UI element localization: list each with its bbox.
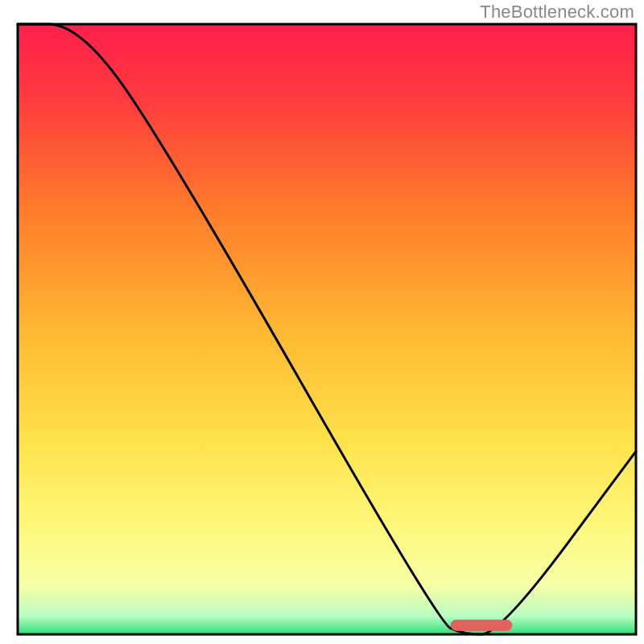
gradient-background xyxy=(18,24,636,634)
chart-frame: TheBottleneck.com xyxy=(0,0,644,644)
bottleneck-chart xyxy=(0,0,644,644)
optimum-marker xyxy=(451,620,513,631)
